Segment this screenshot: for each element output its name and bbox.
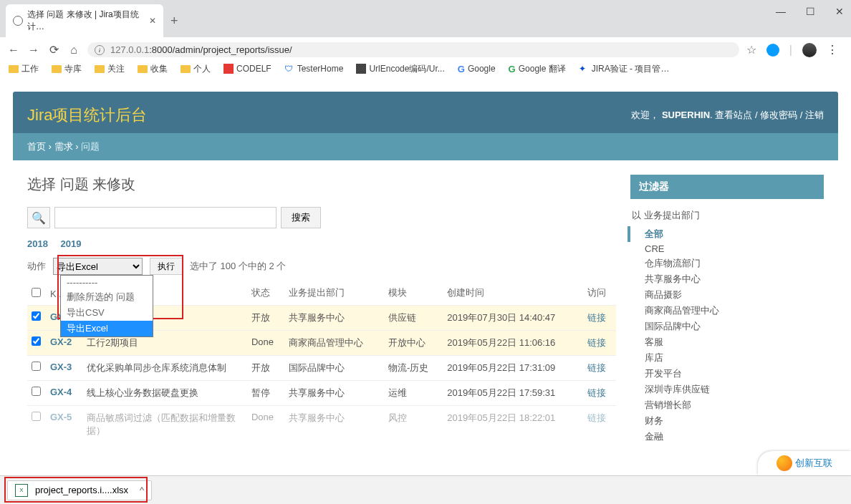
back-button[interactable]: ← [7, 44, 20, 57]
extension-icon[interactable] [766, 44, 779, 57]
issue-title: 商品敏感词过滤（匹配数据和增量数据） [82, 406, 247, 444]
execute-button[interactable]: 执行 [150, 258, 183, 275]
filter-item[interactable]: CRE [630, 242, 824, 256]
th-created[interactable]: 创建时间 [443, 281, 583, 306]
browser-menu-button[interactable]: ⋮ [827, 43, 838, 57]
th-visit[interactable]: 访问 [583, 281, 616, 306]
reload-button[interactable]: ⟳ [47, 44, 60, 57]
url-host: 127.0.0.1 [110, 44, 149, 55]
new-tab-button[interactable]: + [170, 14, 178, 29]
download-filename: project_reports.i....xlsx [35, 485, 128, 495]
issue-status: 暂停 [247, 381, 284, 406]
table-row: GX-3优化采购单同步仓库系统消息体制开放国际品牌中心物流-历史2019年05月… [27, 356, 616, 381]
issue-key-link[interactable]: GX-2 [50, 336, 72, 347]
issue-created: 2019年07月30日 14:40:47 [443, 306, 583, 331]
bookmark-item[interactable]: 寺库 [52, 63, 82, 75]
bookmark-item[interactable]: GGoogle 翻译 [509, 63, 566, 75]
issue-key-link[interactable]: GX-3 [50, 362, 72, 372]
url-path: :8000/admin/project_reports/issue/ [149, 44, 292, 55]
issue-module: 供应链 [384, 306, 443, 331]
year-2018[interactable]: 2018 [27, 238, 48, 249]
bookmark-item[interactable]: GGoogle [458, 64, 496, 74]
breadcrumb-home[interactable]: 首页 [27, 141, 46, 152]
tab-close-icon[interactable]: ✕ [149, 16, 156, 26]
filter-item-all[interactable]: 全部 [628, 226, 824, 242]
filter-item[interactable]: 营销增长部 [630, 397, 824, 413]
filter-list: 全部 CRE 仓库物流部门 共享服务中心 商品摄影 商家商品管理中心 国际品牌中… [630, 226, 824, 445]
forward-button[interactable]: → [27, 44, 40, 57]
corner-badge[interactable]: 创新互联 [758, 451, 851, 475]
row-checkbox[interactable] [32, 336, 41, 346]
filter-item[interactable]: 商家商品管理中心 [630, 303, 824, 319]
chevron-up-icon[interactable]: ^ [140, 485, 144, 495]
filter-panel: 过滤器 以 业务提出部门 全部 CRE 仓库物流部门 共享服务中心 商品摄影 商… [630, 175, 824, 445]
bookmark-item[interactable]: 关注 [95, 63, 125, 75]
filter-item[interactable]: 财务 [630, 413, 824, 429]
filter-item[interactable]: 客服 [630, 334, 824, 350]
jira-icon: ✦ [579, 64, 589, 74]
th-status[interactable]: 状态 [247, 281, 284, 306]
change-password-link[interactable]: 修改密码 [760, 110, 797, 120]
folder-icon [138, 65, 148, 73]
action-option-export-excel[interactable]: 导出Excel [61, 321, 153, 336]
issue-link[interactable]: 链接 [587, 412, 606, 423]
current-user: SUPERHIN [662, 110, 710, 120]
action-option-delete[interactable]: 删除所选的 问题 [61, 289, 153, 305]
issue-key-link[interactable]: GX-4 [50, 387, 72, 397]
action-option-export-csv[interactable]: 导出CSV [61, 305, 153, 321]
bookmark-item[interactable]: 收集 [138, 63, 168, 75]
download-chip[interactable]: X project_reports.i....xlsx ^ [7, 480, 152, 500]
bookmark-item[interactable]: 工作 [9, 63, 39, 75]
filter-item[interactable]: 库店 [630, 350, 824, 366]
row-checkbox[interactable] [32, 311, 41, 321]
filter-item[interactable]: 开发平台 [630, 366, 824, 382]
year-2019[interactable]: 2019 [61, 238, 82, 249]
issue-link[interactable]: 链接 [587, 362, 606, 373]
th-module[interactable]: 模块 [384, 281, 443, 306]
folder-icon [52, 65, 62, 73]
issue-link[interactable]: 链接 [587, 387, 606, 398]
bookmark-item[interactable]: UrlEncode编码/Ur... [356, 63, 444, 75]
swirl-icon [777, 455, 792, 471]
close-button[interactable]: ✕ [835, 6, 844, 17]
address-bar[interactable]: i 127.0.0.1:8000/admin/project_reports/i… [87, 42, 739, 57]
bookmark-item[interactable]: 🛡TesterHome [284, 64, 344, 74]
profile-avatar[interactable] [802, 43, 817, 57]
globe-icon [13, 16, 23, 26]
breadcrumb-mid[interactable]: 需求 [54, 141, 73, 152]
maximize-button[interactable]: ☐ [806, 6, 815, 17]
bookmark-star-icon[interactable]: ☆ [746, 43, 756, 57]
row-checkbox[interactable] [32, 362, 41, 371]
th-dept[interactable]: 业务提出部门 [284, 281, 384, 306]
filter-item[interactable]: 金融 [630, 429, 824, 445]
search-input[interactable] [54, 207, 277, 228]
action-option[interactable]: ---------- [61, 276, 153, 289]
filter-item[interactable]: 深圳寺库供应链 [630, 382, 824, 397]
select-all-checkbox[interactable] [32, 288, 41, 297]
view-site-link[interactable]: 查看站点 [715, 110, 752, 120]
issue-key-link[interactable]: GX-5 [50, 412, 72, 422]
bookmark-item[interactable]: CODELF [223, 64, 271, 74]
search-button[interactable]: 搜索 [281, 207, 321, 228]
row-checkbox[interactable] [32, 412, 41, 421]
folder-icon [9, 65, 19, 73]
folder-icon [95, 65, 105, 73]
bookmark-item[interactable]: ✦JIRA验证 - 项目管… [579, 63, 670, 75]
home-button[interactable]: ⌂ [67, 44, 80, 57]
logout-link[interactable]: 注销 [805, 110, 824, 120]
site-brand[interactable]: Jira项目统计后台 [27, 105, 147, 126]
issue-dept: 共享服务中心 [284, 306, 384, 331]
filter-item[interactable]: 商品摄影 [630, 287, 824, 303]
filter-item[interactable]: 仓库物流部门 [630, 256, 824, 271]
filter-item[interactable]: 国际品牌中心 [630, 319, 824, 334]
row-checkbox[interactable] [32, 387, 41, 396]
action-select[interactable]: 导出Excel [53, 258, 143, 275]
issue-module: 运维 [384, 381, 443, 406]
minimize-button[interactable]: — [776, 6, 786, 17]
issue-link[interactable]: 链接 [587, 312, 606, 323]
bookmark-item[interactable]: 个人 [181, 63, 211, 75]
issue-status: 开放 [247, 356, 284, 381]
filter-item[interactable]: 共享服务中心 [630, 271, 824, 287]
browser-tab[interactable]: 选择 问题 来修改 | Jira项目统计… ✕ [6, 4, 163, 37]
issue-link[interactable]: 链接 [587, 337, 606, 348]
